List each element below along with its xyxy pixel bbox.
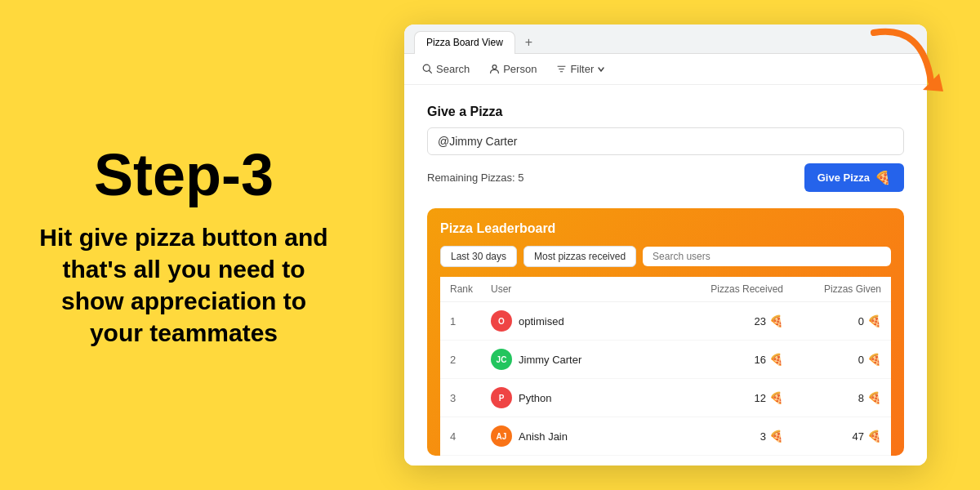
give-pizza-button[interactable]: Give Pizza 🍕 xyxy=(804,163,904,192)
last-30-days-button[interactable]: Last 30 days xyxy=(440,246,517,267)
filter-icon xyxy=(556,64,567,74)
received-2: 16 🍕 xyxy=(677,353,783,366)
user-2: JC Jimmy Carter xyxy=(491,349,677,370)
leaderboard-filters: Last 30 days Most pizzas received xyxy=(440,246,891,267)
table-row: 3 P Python 12 🍕 8 🍕 xyxy=(440,379,891,417)
user-1: O optimised xyxy=(491,310,677,332)
pizza-icon-5: 🍕 xyxy=(769,391,783,404)
user-3: P Python xyxy=(491,387,677,408)
received-4: 3 🍕 xyxy=(677,430,783,443)
leaderboard-card: Pizza Leaderboard Last 30 days Most pizz… xyxy=(427,208,904,456)
avatar-4: AJ xyxy=(491,425,512,447)
search-button[interactable]: Search xyxy=(417,60,474,78)
pizza-icon-4: 🍕 xyxy=(867,353,881,366)
username-4: Anish Jain xyxy=(519,430,568,443)
main-content: Give a Pizza Remaining Pizzas: 5 Give Pi… xyxy=(404,85,927,466)
step-description: Hit give pizza button and that's all you… xyxy=(33,221,335,349)
username-1: optimised xyxy=(519,315,564,327)
avatar-2: JC xyxy=(491,349,512,370)
active-tab[interactable]: Pizza Board View xyxy=(414,31,515,54)
given-4: 47 🍕 xyxy=(783,430,881,443)
filter-button[interactable]: Filter xyxy=(551,60,610,78)
arrow-icon xyxy=(858,16,956,114)
rank-3: 3 xyxy=(450,392,491,404)
search-icon xyxy=(422,64,433,74)
pizza-emoji-icon: 🍕 xyxy=(875,170,891,185)
tab-label: Pizza Board View xyxy=(426,37,503,48)
username-2: Jimmy Carter xyxy=(519,354,581,366)
right-panel: Pizza Board View + Search Person Filter xyxy=(368,0,980,490)
given-1: 0 🍕 xyxy=(783,314,881,327)
pizza-icon-6: 🍕 xyxy=(867,391,881,404)
pizza-icon-3: 🍕 xyxy=(769,353,783,366)
table-header: Rank User Pizzas Received Pizzas Given xyxy=(440,277,891,302)
leaderboard-title: Pizza Leaderboard xyxy=(440,221,891,236)
rank-1: 1 xyxy=(450,315,491,327)
username-3: Python xyxy=(519,392,551,404)
received-1: 23 🍕 xyxy=(677,314,783,327)
chevron-down-icon xyxy=(597,65,605,74)
remaining-pizzas-text: Remaining Pizzas: 5 xyxy=(427,172,524,184)
step-title: Step-3 xyxy=(94,141,274,208)
give-pizza-section: Give a Pizza Remaining Pizzas: 5 Give Pi… xyxy=(427,105,904,192)
most-pizzas-button[interactable]: Most pizzas received xyxy=(523,246,636,267)
user-header: User xyxy=(491,283,677,295)
avatar-1: O xyxy=(491,310,512,332)
rank-4: 4 xyxy=(450,430,491,443)
pizza-icon-2: 🍕 xyxy=(867,314,881,327)
table-row: 1 O optimised 23 🍕 0 🍕 xyxy=(440,302,891,341)
search-users-input[interactable] xyxy=(643,247,891,266)
arrow-container xyxy=(858,16,956,114)
avatar-3: P xyxy=(491,387,512,408)
pizza-icon-7: 🍕 xyxy=(769,430,783,443)
tab-bar: Pizza Board View + xyxy=(404,24,927,54)
browser-window: Pizza Board View + Search Person Filter xyxy=(404,24,927,466)
table-row: 4 AJ Anish Jain 3 🍕 47 🍕 xyxy=(440,417,891,456)
svg-point-3 xyxy=(492,65,497,69)
table-row: 2 JC Jimmy Carter 16 🍕 0 🍕 xyxy=(440,341,891,379)
recipient-input[interactable] xyxy=(427,127,904,155)
give-pizza-title: Give a Pizza xyxy=(427,105,904,119)
rank-2: 2 xyxy=(450,354,491,366)
person-button[interactable]: Person xyxy=(484,60,541,78)
pizzas-received-header: Pizzas Received xyxy=(677,283,783,295)
user-4: AJ Anish Jain xyxy=(491,425,677,447)
svg-line-2 xyxy=(430,71,432,74)
toolbar: Search Person Filter xyxy=(404,54,927,85)
received-3: 12 🍕 xyxy=(677,391,783,404)
given-3: 8 🍕 xyxy=(783,391,881,404)
new-tab-button[interactable]: + xyxy=(520,34,537,51)
give-pizza-row: Remaining Pizzas: 5 Give Pizza 🍕 xyxy=(427,163,904,192)
pizzas-given-header: Pizzas Given xyxy=(783,283,881,295)
leaderboard-table: Rank User Pizzas Received Pizzas Given 1… xyxy=(440,277,891,456)
pizza-icon-1: 🍕 xyxy=(769,314,783,327)
given-2: 0 🍕 xyxy=(783,353,881,366)
rank-header: Rank xyxy=(450,283,491,295)
left-panel: Step-3 Hit give pizza button and that's … xyxy=(0,0,368,490)
person-icon xyxy=(489,64,500,74)
pizza-icon-8: 🍕 xyxy=(867,430,881,443)
